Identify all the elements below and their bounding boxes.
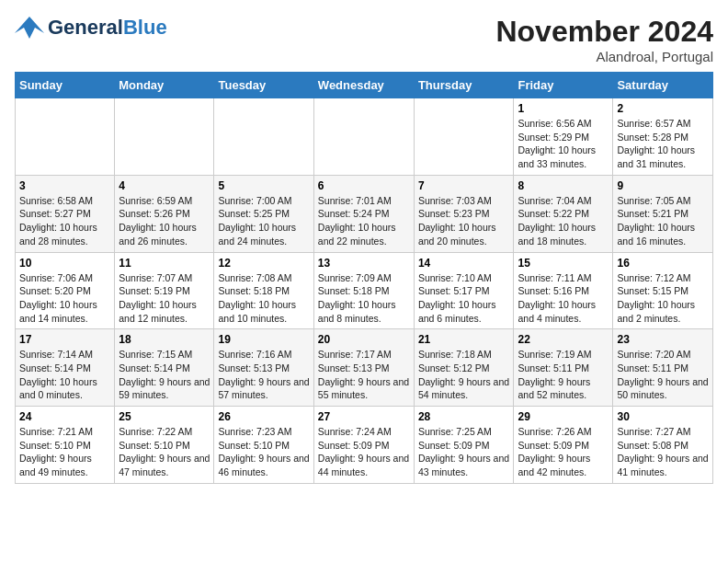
day-info: Sunrise: 7:26 AM Sunset: 5:09 PM Dayligh…: [518, 425, 609, 479]
day-number: 22: [518, 333, 609, 346]
day-info: Sunrise: 7:01 AM Sunset: 5:24 PM Dayligh…: [318, 194, 410, 248]
week-row-2: 3Sunrise: 6:58 AM Sunset: 5:27 PM Daylig…: [16, 175, 713, 252]
day-cell: 1Sunrise: 6:56 AM Sunset: 5:29 PM Daylig…: [514, 98, 613, 176]
day-info: Sunrise: 7:14 AM Sunset: 5:14 PM Dayligh…: [19, 348, 110, 402]
week-row-3: 10Sunrise: 7:06 AM Sunset: 5:20 PM Dayli…: [16, 252, 713, 329]
day-number: 20: [318, 333, 410, 346]
week-row-4: 17Sunrise: 7:14 AM Sunset: 5:14 PM Dayli…: [16, 329, 713, 407]
day-cell: 12Sunrise: 7:08 AM Sunset: 5:18 PM Dayli…: [214, 252, 313, 329]
logo-bird-icon: [15, 15, 44, 40]
day-number: 28: [418, 410, 510, 423]
logo-text: GeneralBlue: [48, 16, 167, 39]
header-cell-sunday: Sunday: [16, 73, 115, 98]
day-number: 8: [518, 179, 609, 192]
day-info: Sunrise: 7:19 AM Sunset: 5:11 PM Dayligh…: [518, 348, 609, 402]
day-info: Sunrise: 6:57 AM Sunset: 5:28 PM Dayligh…: [617, 117, 709, 171]
day-number: 10: [19, 257, 110, 270]
day-info: Sunrise: 7:22 AM Sunset: 5:10 PM Dayligh…: [119, 425, 210, 479]
day-info: Sunrise: 7:10 AM Sunset: 5:17 PM Dayligh…: [418, 271, 510, 326]
day-cell: 23Sunrise: 7:20 AM Sunset: 5:11 PM Dayli…: [613, 329, 713, 407]
day-cell: 8Sunrise: 7:04 AM Sunset: 5:22 PM Daylig…: [514, 175, 613, 252]
day-cell: 4Sunrise: 6:59 AM Sunset: 5:26 PM Daylig…: [115, 175, 214, 252]
title-area: November 2024 Alandroal, Portugal: [495, 15, 713, 64]
logo-general: General: [48, 16, 123, 39]
day-info: Sunrise: 7:21 AM Sunset: 5:10 PM Dayligh…: [19, 425, 110, 479]
day-cell: 25Sunrise: 7:22 AM Sunset: 5:10 PM Dayli…: [115, 407, 214, 484]
header-cell-thursday: Thursday: [414, 73, 514, 98]
day-info: Sunrise: 7:09 AM Sunset: 5:18 PM Dayligh…: [318, 271, 410, 326]
day-info: Sunrise: 6:58 AM Sunset: 5:27 PM Dayligh…: [19, 194, 110, 248]
day-number: 25: [119, 410, 210, 423]
day-info: Sunrise: 7:20 AM Sunset: 5:11 PM Dayligh…: [617, 348, 709, 402]
calendar-body: 1Sunrise: 6:56 AM Sunset: 5:29 PM Daylig…: [16, 98, 713, 484]
day-cell: 29Sunrise: 7:26 AM Sunset: 5:09 PM Dayli…: [514, 407, 613, 484]
month-title: November 2024: [495, 15, 713, 49]
day-number: 21: [418, 333, 510, 346]
day-info: Sunrise: 7:04 AM Sunset: 5:22 PM Dayligh…: [518, 194, 609, 248]
logo: GeneralBlue: [15, 15, 167, 40]
header-row: SundayMondayTuesdayWednesdayThursdayFrid…: [16, 73, 713, 98]
header-cell-tuesday: Tuesday: [214, 73, 313, 98]
day-cell: 14Sunrise: 7:10 AM Sunset: 5:17 PM Dayli…: [414, 252, 514, 329]
location: Alandroal, Portugal: [495, 49, 713, 64]
day-cell: 16Sunrise: 7:12 AM Sunset: 5:15 PM Dayli…: [613, 252, 713, 329]
day-info: Sunrise: 7:08 AM Sunset: 5:18 PM Dayligh…: [218, 271, 309, 326]
day-info: Sunrise: 7:27 AM Sunset: 5:08 PM Dayligh…: [617, 425, 709, 479]
day-info: Sunrise: 7:24 AM Sunset: 5:09 PM Dayligh…: [318, 425, 410, 479]
day-info: Sunrise: 7:12 AM Sunset: 5:15 PM Dayligh…: [617, 271, 709, 326]
day-cell: 26Sunrise: 7:23 AM Sunset: 5:10 PM Dayli…: [214, 407, 313, 484]
day-number: 16: [617, 257, 709, 270]
header-cell-wednesday: Wednesday: [313, 73, 414, 98]
day-number: 12: [218, 257, 309, 270]
day-number: 24: [19, 410, 110, 423]
day-number: 26: [218, 410, 309, 423]
day-cell: 11Sunrise: 7:07 AM Sunset: 5:19 PM Dayli…: [115, 252, 214, 329]
day-info: Sunrise: 7:17 AM Sunset: 5:13 PM Dayligh…: [318, 348, 410, 402]
svg-marker-0: [15, 17, 44, 39]
day-number: 6: [318, 179, 410, 192]
day-info: Sunrise: 7:06 AM Sunset: 5:20 PM Dayligh…: [19, 271, 110, 326]
day-number: 5: [218, 179, 309, 192]
header-cell-saturday: Saturday: [613, 73, 713, 98]
calendar-header: SundayMondayTuesdayWednesdayThursdayFrid…: [16, 73, 713, 98]
day-cell: 7Sunrise: 7:03 AM Sunset: 5:23 PM Daylig…: [414, 175, 514, 252]
day-cell: 18Sunrise: 7:15 AM Sunset: 5:14 PM Dayli…: [115, 329, 214, 407]
week-row-5: 24Sunrise: 7:21 AM Sunset: 5:10 PM Dayli…: [16, 407, 713, 484]
day-cell: 20Sunrise: 7:17 AM Sunset: 5:13 PM Dayli…: [313, 329, 414, 407]
day-info: Sunrise: 7:25 AM Sunset: 5:09 PM Dayligh…: [418, 425, 510, 479]
day-info: Sunrise: 7:15 AM Sunset: 5:14 PM Dayligh…: [119, 348, 210, 402]
day-number: 3: [19, 179, 110, 192]
week-row-1: 1Sunrise: 6:56 AM Sunset: 5:29 PM Daylig…: [16, 98, 713, 176]
page-header: GeneralBlue November 2024 Alandroal, Por…: [15, 15, 713, 64]
day-info: Sunrise: 7:05 AM Sunset: 5:21 PM Dayligh…: [617, 194, 709, 248]
day-cell: [414, 98, 514, 176]
day-cell: 27Sunrise: 7:24 AM Sunset: 5:09 PM Dayli…: [313, 407, 414, 484]
day-cell: [115, 98, 214, 176]
header-cell-monday: Monday: [115, 73, 214, 98]
day-info: Sunrise: 7:16 AM Sunset: 5:13 PM Dayligh…: [218, 348, 309, 402]
day-cell: 3Sunrise: 6:58 AM Sunset: 5:27 PM Daylig…: [16, 175, 115, 252]
day-cell: 9Sunrise: 7:05 AM Sunset: 5:21 PM Daylig…: [613, 175, 713, 252]
day-number: 13: [318, 257, 410, 270]
day-cell: 19Sunrise: 7:16 AM Sunset: 5:13 PM Dayli…: [214, 329, 313, 407]
day-info: Sunrise: 7:07 AM Sunset: 5:19 PM Dayligh…: [119, 271, 210, 326]
day-number: 19: [218, 333, 309, 346]
day-number: 30: [617, 410, 709, 423]
day-number: 9: [617, 179, 709, 192]
day-cell: 22Sunrise: 7:19 AM Sunset: 5:11 PM Dayli…: [514, 329, 613, 407]
day-cell: 5Sunrise: 7:00 AM Sunset: 5:25 PM Daylig…: [214, 175, 313, 252]
day-number: 15: [518, 257, 609, 270]
day-number: 17: [19, 333, 110, 346]
day-cell: 30Sunrise: 7:27 AM Sunset: 5:08 PM Dayli…: [613, 407, 713, 484]
day-cell: 2Sunrise: 6:57 AM Sunset: 5:28 PM Daylig…: [613, 98, 713, 176]
day-cell: 15Sunrise: 7:11 AM Sunset: 5:16 PM Dayli…: [514, 252, 613, 329]
day-cell: [16, 98, 115, 176]
calendar-table: SundayMondayTuesdayWednesdayThursdayFrid…: [15, 72, 713, 484]
day-cell: 6Sunrise: 7:01 AM Sunset: 5:24 PM Daylig…: [313, 175, 414, 252]
day-cell: [313, 98, 414, 176]
day-cell: 10Sunrise: 7:06 AM Sunset: 5:20 PM Dayli…: [16, 252, 115, 329]
day-number: 4: [119, 179, 210, 192]
day-number: 14: [418, 257, 510, 270]
day-number: 2: [617, 102, 709, 115]
day-number: 18: [119, 333, 210, 346]
